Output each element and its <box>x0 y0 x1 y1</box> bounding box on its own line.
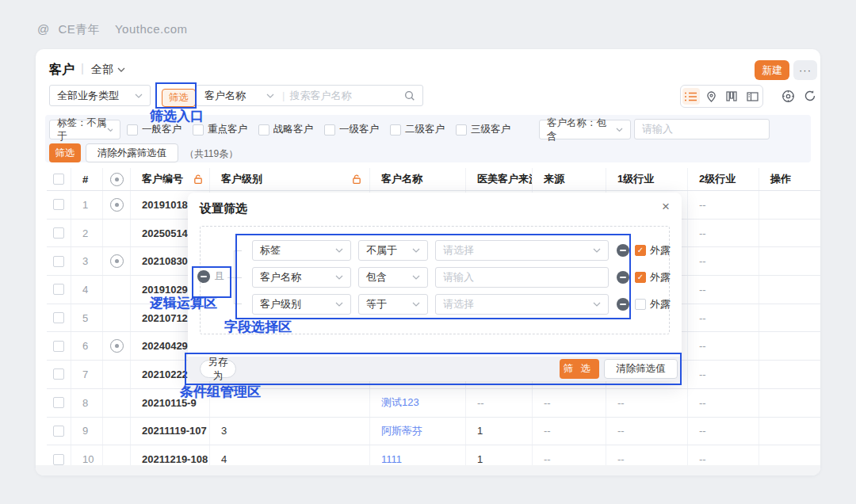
checkbox-icon[interactable] <box>390 124 401 136</box>
header-industry1: 1级行业 <box>606 168 688 190</box>
split-view-icon[interactable] <box>743 88 761 105</box>
remove-condition-icon[interactable] <box>617 298 629 311</box>
search-input[interactable]: 搜索客户名称 <box>289 89 404 103</box>
focus-icon[interactable] <box>110 254 124 268</box>
exposed-checkbox-1[interactable]: ✓ <box>635 272 646 283</box>
list-view-icon[interactable] <box>682 88 700 105</box>
row-checkbox[interactable] <box>53 284 64 295</box>
condition-row: 客户名称 包含 请输入 ✓外露 <box>252 267 671 288</box>
scope-select[interactable]: 全部 <box>91 63 125 77</box>
table-row: 820210115-9测试123-------- <box>47 389 820 418</box>
refresh-icon[interactable] <box>801 87 819 105</box>
row-checkbox[interactable] <box>53 426 64 437</box>
page-title: 客户 <box>49 62 75 78</box>
checkbox-icon[interactable] <box>193 124 204 136</box>
header-level: 客户级别 <box>221 172 262 186</box>
value-select[interactable]: 请选择 <box>435 294 609 315</box>
row-focus-cell <box>103 276 131 304</box>
search-icon[interactable] <box>404 90 415 101</box>
operator-select[interactable]: 包含 <box>358 267 428 288</box>
quick-filter-button[interactable]: 筛选 <box>49 143 81 162</box>
industry1: -- <box>606 389 688 417</box>
tag-checkbox-item[interactable]: 一级客户 <box>324 123 379 136</box>
tree-connector <box>227 277 234 278</box>
result-count: （共119条） <box>185 147 238 161</box>
checkbox-icon[interactable] <box>127 124 138 136</box>
action-cell <box>759 389 820 417</box>
tag-checkbox-item[interactable]: 三级客户 <box>456 123 510 136</box>
row-checkbox[interactable] <box>53 312 64 323</box>
tag-checkbox-item[interactable]: 战略客户 <box>258 123 313 136</box>
row-checkbox-cell <box>47 304 71 332</box>
customer-name-link[interactable]: 测试123 <box>370 389 466 417</box>
row-checkbox[interactable] <box>53 199 64 210</box>
row-checkbox[interactable] <box>53 454 64 465</box>
search-field-select[interactable]: 客户名称 <box>197 89 281 103</box>
chevron-down-icon <box>335 302 343 307</box>
value-select[interactable]: 请选择 <box>435 240 609 261</box>
row-checkbox[interactable] <box>53 227 64 239</box>
name-filter-value: 客户名称：包含 <box>547 116 616 143</box>
value-input[interactable]: 请输入 <box>435 267 609 288</box>
focus-icon[interactable] <box>110 198 124 212</box>
tag-checkbox-item[interactable]: 二级客户 <box>390 123 445 136</box>
action-cell <box>759 304 820 332</box>
action-cell <box>759 247 820 275</box>
field-select[interactable]: 标签 <box>252 240 351 261</box>
industry2: -- <box>688 332 759 360</box>
industry2: -- <box>688 191 759 219</box>
remove-condition-icon[interactable] <box>617 244 629 257</box>
row-checkbox[interactable] <box>53 397 64 408</box>
focus-icon[interactable] <box>110 339 124 353</box>
search-combo[interactable]: 客户名称 | 搜索客户名称 <box>196 85 423 106</box>
tag-filter-select[interactable]: 标签：不属于 <box>49 120 120 139</box>
close-icon[interactable]: × <box>658 199 674 215</box>
customer-code[interactable]: 20210115-9 <box>131 389 210 417</box>
chevron-down-icon <box>117 67 125 72</box>
modal-filter-button[interactable]: 筛 选 <box>560 359 599 379</box>
remove-group-icon[interactable] <box>197 270 210 283</box>
row-checkbox-cell <box>47 389 71 417</box>
save-as-button[interactable]: 另存为 <box>200 360 236 378</box>
tag-filter-value: 标签：不属于 <box>57 116 107 143</box>
row-checkbox-cell <box>47 361 71 388</box>
row-checkbox[interactable] <box>53 341 64 352</box>
exposed-checkbox-2[interactable] <box>635 299 646 310</box>
tag-checkbox-item[interactable]: 一般客户 <box>127 123 182 136</box>
action-cell <box>759 332 820 360</box>
filter-entry-button[interactable]: 筛选 <box>162 89 196 107</box>
remove-condition-icon[interactable] <box>617 271 629 284</box>
modal-clear-button[interactable]: 清除筛选值 <box>604 359 678 379</box>
kanban-view-icon[interactable] <box>723 88 740 105</box>
field-select[interactable]: 客户级别 <box>252 294 351 315</box>
settings-icon[interactable] <box>779 87 797 105</box>
search-divider: | <box>282 90 285 101</box>
new-button[interactable]: 新建 <box>755 60 789 80</box>
clear-exposed-button[interactable]: 清除外露筛选值 <box>86 143 178 162</box>
tag-checkbox-item[interactable]: 重点客户 <box>193 123 247 136</box>
business-type-select[interactable]: 全部业务类型 <box>49 85 151 106</box>
exposed-checkbox-0[interactable]: ✓ <box>635 245 646 256</box>
more-button[interactable]: ··· <box>793 60 817 80</box>
name-filter-select[interactable]: 客户名称：包含 <box>539 120 631 139</box>
field-select[interactable]: 客户名称 <box>252 267 351 288</box>
row-checkbox[interactable] <box>53 368 64 380</box>
site-watermark: @ CE青年 Youthce.com <box>37 22 188 37</box>
checkbox-icon[interactable] <box>456 124 467 136</box>
operator-select[interactable]: 等于 <box>358 294 428 315</box>
header-name: 客户名称 <box>370 168 466 190</box>
name-filter-input[interactable]: 请输入 <box>634 119 770 139</box>
action-cell <box>759 361 820 388</box>
industry2: -- <box>688 220 759 247</box>
checkbox-icon[interactable] <box>324 124 335 136</box>
logic-operator-control[interactable]: 且 <box>197 269 224 283</box>
customer-code[interactable]: 20211119-107 <box>131 418 210 445</box>
industry2: -- <box>688 389 759 417</box>
row-checkbox[interactable] <box>53 256 64 267</box>
checkbox-label: 战略客户 <box>273 123 313 136</box>
customer-name-link[interactable]: 阿斯蒂芬 <box>370 418 466 445</box>
operator-select[interactable]: 不属于 <box>358 240 428 261</box>
map-view-icon[interactable] <box>703 88 720 105</box>
select-all-checkbox[interactable] <box>53 174 64 185</box>
checkbox-icon[interactable] <box>258 124 269 136</box>
